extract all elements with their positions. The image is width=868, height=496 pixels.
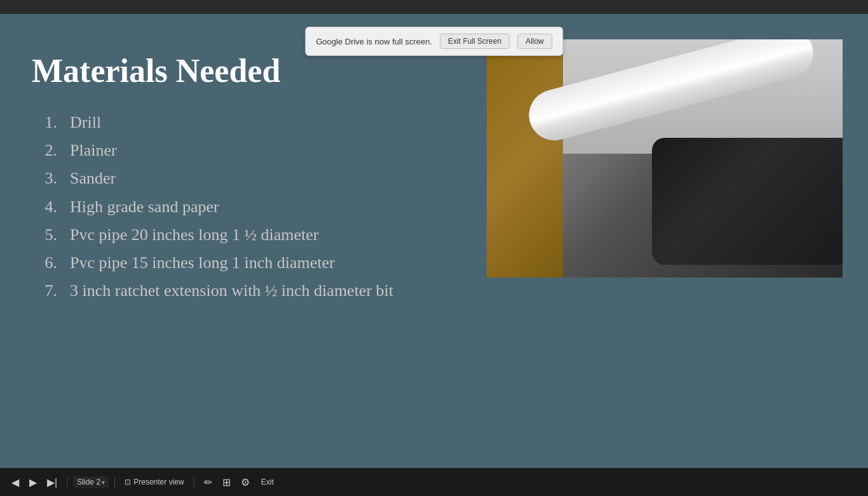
gear-icon: ⚙ — [241, 476, 250, 488]
next-slide-button[interactable]: ▶| — [43, 474, 61, 491]
list-number: 4. — [32, 193, 57, 221]
browser-bar — [0, 0, 868, 14]
slide-area: Google Drive is now full screen. Exit Fu… — [0, 14, 868, 468]
bottom-toolbar: ◀ ▶ ▶| | Slide 2 ▾ | ⊡ Presenter view | … — [0, 468, 868, 496]
list-item-text: High grade sand paper — [70, 193, 219, 221]
prev-icon: ◀ — [11, 476, 19, 488]
list-number: 2. — [32, 137, 57, 164]
toolbar-separator-2: | — [114, 476, 116, 488]
slide-label: Slide 2 — [77, 478, 100, 486]
grid-view-button[interactable]: ⊞ — [219, 474, 234, 491]
list-number: 6. — [32, 249, 57, 277]
slide-info-dropdown[interactable]: Slide 2 ▾ — [73, 476, 109, 488]
settings-button[interactable]: ⚙ — [237, 474, 254, 491]
list-item-text: Pvc pipe 15 inches long 1 inch diameter — [70, 249, 335, 277]
exit-button[interactable]: Exit — [256, 475, 279, 489]
toolbar-separator-3: | — [193, 476, 195, 488]
notification-message: Google Drive is now full screen. — [316, 37, 432, 46]
allow-button[interactable]: Allow — [517, 34, 552, 49]
slide-image-inner — [487, 39, 843, 278]
presenter-view-label: Presenter view — [133, 478, 184, 486]
next-icon: ▶| — [47, 476, 57, 488]
list-item-text: Drill — [70, 109, 101, 137]
presenter-view-icon: ⊡ — [125, 478, 131, 486]
prev-slide-button[interactable]: ◀ — [8, 474, 23, 491]
toolbar-separator-1: | — [66, 476, 68, 488]
list-number: 3. — [32, 164, 57, 192]
list-number: 7. — [32, 277, 57, 305]
play-button[interactable]: ▶ — [25, 474, 41, 491]
list-item-text: Plainer — [70, 137, 117, 164]
slide-image — [487, 39, 843, 278]
presenter-view-button[interactable]: ⊡ Presenter view — [121, 475, 187, 489]
hand-shape — [652, 138, 843, 265]
list-item-text: Pvc pipe 20 inches long 1 ½ diameter — [70, 221, 318, 249]
list-item-text: Sander — [70, 164, 116, 192]
play-icon: ▶ — [29, 476, 37, 488]
slide-content: Materials Needed 1. Drill 2. Plainer 3. … — [0, 14, 868, 468]
pen-tool-button[interactable]: ✏ — [200, 474, 216, 491]
list-number: 1. — [32, 109, 57, 137]
list-item: 7. 3 inch ratchet extension with ½ inch … — [32, 277, 836, 305]
list-item-text: 3 inch ratchet extension with ½ inch dia… — [70, 277, 393, 305]
exit-full-screen-button[interactable]: Exit Full Screen — [440, 34, 510, 49]
notification-bar: Google Drive is now full screen. Exit Fu… — [305, 27, 563, 56]
pen-icon: ✏ — [204, 476, 212, 488]
slide-dropdown-icon: ▾ — [102, 479, 105, 486]
wood-cabinet — [487, 39, 563, 278]
grid-icon: ⊞ — [222, 476, 231, 488]
list-number: 5. — [32, 221, 57, 249]
